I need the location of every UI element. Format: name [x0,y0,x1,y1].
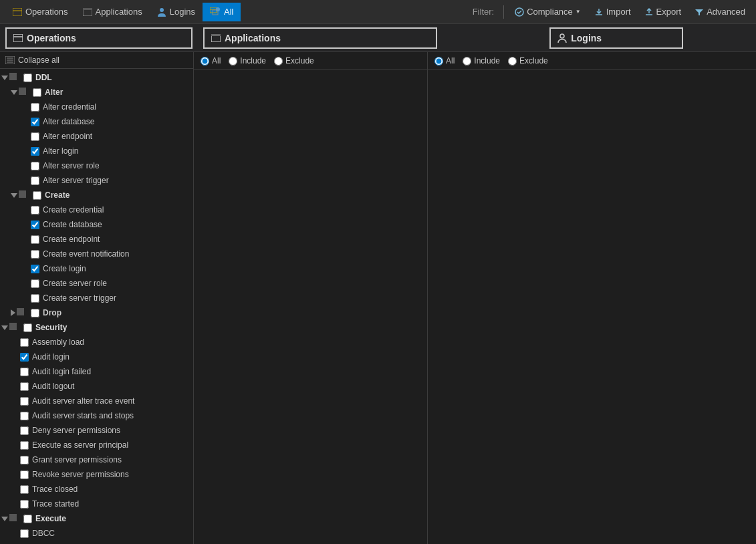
tree-item-create-server-role[interactable]: Create server role [0,276,193,291]
checkbox-create-endpoint[interactable] [29,234,40,245]
checkbox-create-login[interactable] [29,263,40,274]
checkbox-alter-server-trigger[interactable] [29,175,40,186]
tree-item-trace-closed[interactable]: Trace closed [0,482,193,497]
tree-item-trace-started[interactable]: Trace started [0,497,193,511]
tree-item-audit-logout[interactable]: Audit logout [0,379,193,394]
checkbox-create-server-role[interactable] [29,278,40,289]
checkbox-dbcc[interactable] [19,528,29,539]
tree-item-alter-credential[interactable]: Alter credential [0,100,193,114]
tree-item-alter[interactable]: Alter [0,85,193,100]
tree-item-audit-login[interactable]: Audit login [0,350,193,364]
tree-item-alter-endpoint[interactable]: Alter endpoint [0,129,193,144]
import-button[interactable]: Import [589,5,636,19]
checkbox-execute[interactable] [22,513,33,524]
checkbox-audit-logout[interactable] [19,381,29,392]
tree-item-assembly-load[interactable]: Assembly load [0,335,193,350]
svg-rect-24 [9,514,17,521]
divider [503,5,504,19]
tree-item-alter-database[interactable]: Alter database [0,114,193,129]
checkbox-trace-started[interactable] [19,499,29,509]
compliance-dropdown-icon: ▼ [576,9,581,15]
tree-item-audit-login-failed[interactable]: Audit login failed [0,364,193,379]
checkbox-grant-server-permissions[interactable] [19,454,29,465]
node-icon-security [9,322,20,333]
checkbox-alter-database[interactable] [29,116,40,127]
logins-radio-include[interactable]: Include [463,56,500,65]
node-icon-drop [17,307,27,318]
apps-radio-exclude[interactable]: Exclude [274,56,314,65]
tree-item-execute[interactable]: Execute [0,511,193,526]
checkbox-alter[interactable] [31,87,42,98]
checkbox-alter-credential[interactable] [29,102,40,112]
tab-logins[interactable]: Logins [150,3,203,21]
tree-item-audit-server-alter-trace-event[interactable]: Audit server alter trace event [0,394,193,408]
tree-container[interactable]: DDL Alter [0,69,193,544]
expand-icon-alter [11,90,17,95]
checkbox-trace-closed[interactable] [19,484,29,495]
tab-applications[interactable]: Applications [76,3,150,21]
tab-operations[interactable]: Operations [5,3,76,21]
tree-item-create-database[interactable]: Create database [0,217,193,232]
tree-item-grant-server-permissions[interactable]: Grant server permissions [0,452,193,467]
logins-radio-all[interactable]: All [434,56,455,65]
collapse-all-label: Collapse all [18,55,59,65]
checkbox-alter-login[interactable] [29,146,40,156]
checkbox-revoke-server-permissions[interactable] [19,469,29,480]
checkbox-audit-login[interactable] [19,352,29,362]
node-icon-alter [19,87,29,98]
checkbox-deny-server-permissions[interactable] [19,425,29,436]
tree-item-create-server-trigger[interactable]: Create server trigger [0,291,193,305]
operations-header-label: Operations [27,33,76,43]
svg-rect-22 [17,308,24,315]
tree-item-security[interactable]: Security [0,320,193,335]
tree-item-create-credential[interactable]: Create credential [0,202,193,217]
section-headers: Operations Applications Logins [0,24,756,52]
compliance-button[interactable]: Compliance ▼ [509,5,586,19]
checkbox-create-event-notification[interactable] [29,249,40,259]
checkbox-create-database[interactable] [29,219,40,230]
checkbox-ddl[interactable] [22,72,33,83]
checkbox-audit-server-starts-and-stops[interactable] [19,410,29,421]
tree-item-ddl[interactable]: DDL [0,70,193,85]
tree-item-create-event-notification[interactable]: Create event notification [0,247,193,261]
compliance-label: Compliance [527,7,573,17]
checkbox-create[interactable] [31,190,42,200]
svg-rect-3 [83,8,92,10]
checkbox-audit-login-failed[interactable] [19,366,29,377]
tree-item-create[interactable]: Create [0,188,193,202]
svg-rect-0 [13,8,22,16]
logins-panel: All Include Exclude [428,52,756,544]
advanced-button[interactable]: Advanced [689,5,751,19]
collapse-all-button[interactable]: Collapse all [0,52,193,69]
tree-item-audit-server-starts-and-stops[interactable]: Audit server starts and stops [0,408,193,423]
checkbox-execute-as-server-principal[interactable] [19,440,29,450]
tree-item-alter-server-trigger[interactable]: Alter server trigger [0,173,193,188]
checkbox-security[interactable] [22,322,33,333]
operations-section-header: Operations [5,27,193,49]
checkbox-alter-endpoint[interactable] [29,131,40,142]
tree-item-alter-server-role[interactable]: Alter server role [0,158,193,173]
tree-item-create-endpoint[interactable]: Create endpoint [0,232,193,247]
checkbox-alter-server-role[interactable] [29,160,40,171]
tab-all[interactable]: All [203,3,241,21]
tree-item-alter-login[interactable]: Alter login [0,144,193,158]
logins-radio-exclude[interactable]: Exclude [508,56,548,65]
tree-item-create-login[interactable]: Create login [0,261,193,276]
tree-item-dbcc[interactable]: DBCC [0,526,193,541]
tree-item-revoke-server-permissions[interactable]: Revoke server permissions [0,467,193,482]
tree-item-drop[interactable]: Drop [0,305,193,320]
tree-item-deny-server-permissions[interactable]: Deny server permissions [0,423,193,438]
expand-icon-security [1,325,8,330]
checkbox-assembly-load[interactable] [19,337,29,348]
checkbox-drop[interactable] [29,307,40,318]
checkbox-create-credential[interactable] [29,205,40,215]
checkbox-create-server-trigger[interactable] [29,293,40,303]
logins-content [428,70,756,544]
expand-icon-execute [1,517,8,521]
apps-radio-include[interactable]: Include [229,56,266,65]
node-icon-execute [9,513,20,524]
apps-radio-all[interactable]: All [201,56,221,65]
checkbox-audit-server-alter-trace-event[interactable] [19,396,29,406]
export-button[interactable]: Export [639,5,687,19]
tree-item-execute-as-server-principal[interactable]: Execute as server principal [0,438,193,452]
